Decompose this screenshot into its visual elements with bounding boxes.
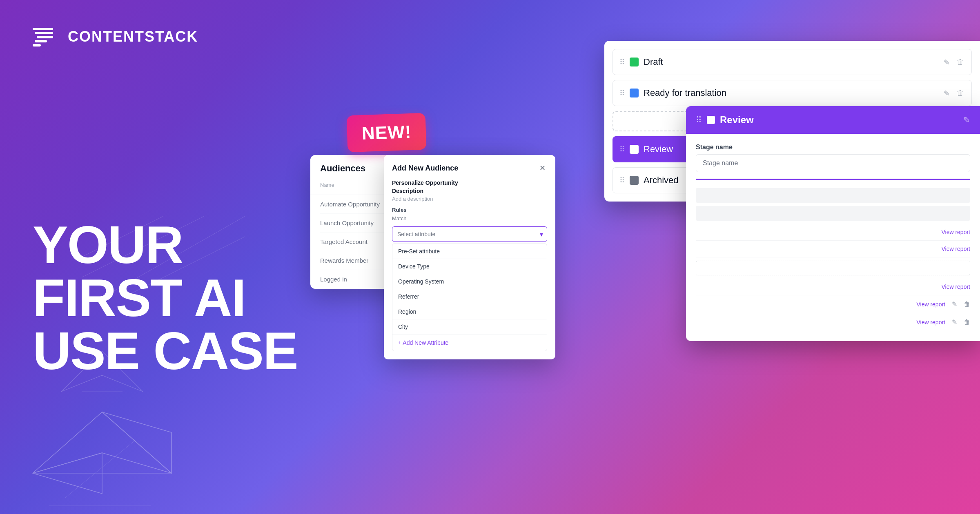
stage-row-5: View report ✎ 🗑 <box>696 313 970 331</box>
stage-panel-header: ⠿ Review ✎ <box>686 106 980 134</box>
edit-icon-draft[interactable]: ✎ <box>944 58 952 66</box>
stage-panel-body: Stage name View report View report View … <box>686 134 980 341</box>
edit-icon-row4[interactable]: ✎ <box>952 300 957 308</box>
logo-text: CONTENTSTACK <box>68 28 198 45</box>
option-preset[interactable]: Pre-Set attribute <box>392 244 547 259</box>
stage-panel-drag: ⠿ <box>696 115 702 125</box>
dropdown-header: Add New Audience ✕ <box>392 163 547 173</box>
contentstack-logo-icon <box>33 24 61 49</box>
workflow-item-ready[interactable]: ⠿ Ready for translation ✎ 🗑 <box>612 80 972 106</box>
match-label: Match <box>392 215 547 222</box>
option-region[interactable]: Region <box>392 304 547 319</box>
drag-handle-ready[interactable]: ⠿ <box>619 89 625 97</box>
select-attribute[interactable]: Select attribute <box>392 226 547 242</box>
personalize-label: Personalize Opportunity <box>392 179 547 186</box>
logo-area: CONTENTSTACK <box>33 24 198 49</box>
view-report-link-2[interactable]: View report <box>941 246 970 252</box>
color-dot-archived <box>630 176 639 185</box>
stage-dashed-row <box>696 261 970 275</box>
workflow-label-draft: Draft <box>644 57 939 67</box>
audience-label-launch: Launch Opportunity <box>320 219 374 226</box>
delete-icon-row5[interactable]: 🗑 <box>964 319 970 326</box>
option-referrer[interactable]: Referrer <box>392 289 547 304</box>
stage-input-underline <box>696 179 970 180</box>
add-new-attribute-button[interactable]: + Add New Attribute <box>392 335 547 351</box>
view-report-link-4[interactable]: View report <box>916 301 945 308</box>
drag-handle-draft[interactable]: ⠿ <box>619 58 625 66</box>
stage-row-3: View report <box>696 279 970 295</box>
delete-icon-draft[interactable]: 🗑 <box>957 58 965 66</box>
stage-name-label: Stage name <box>696 144 970 151</box>
select-arrow-icon: ▾ <box>540 230 543 238</box>
color-dot-draft <box>630 58 639 66</box>
audience-label-rewards: Rewards Member <box>320 257 368 264</box>
stage-row-4: View report ✎ 🗑 <box>696 295 970 313</box>
audience-label-logged: Logged in <box>320 276 347 283</box>
stage-rows: View report View report View report View… <box>696 188 970 331</box>
svg-rect-14 <box>33 28 53 30</box>
svg-rect-18 <box>33 44 41 47</box>
stage-color-dot <box>707 116 715 124</box>
new-badge: NEW! <box>346 113 426 153</box>
hero-line1: YOUR FIRST AI <box>33 218 318 324</box>
stage-row-placeholder-1 <box>696 188 970 203</box>
edit-icon-row5[interactable]: ✎ <box>952 318 957 326</box>
dropdown-options-list: Pre-Set attribute Device Type Operating … <box>392 244 547 351</box>
view-report-link-1[interactable]: View report <box>941 229 970 235</box>
svg-rect-15 <box>35 32 53 34</box>
delete-icon-row4[interactable]: 🗑 <box>964 301 970 308</box>
workflow-label-ready: Ready for translation <box>644 88 939 98</box>
color-dot-review <box>630 145 639 154</box>
drag-handle-archived[interactable]: ⠿ <box>619 176 625 185</box>
stage-row-actions-5: View report ✎ 🗑 <box>916 318 970 326</box>
workflow-actions-ready: ✎ 🗑 <box>944 89 965 97</box>
stage-row-placeholder-2 <box>696 206 970 221</box>
hero-line2: USE CASE <box>33 324 318 377</box>
description-placeholder: Add a description <box>392 196 547 202</box>
hero-content: YOUR FIRST AI USE CASE <box>33 0 318 514</box>
delete-icon-ready[interactable]: 🗑 <box>957 89 965 97</box>
stage-panel-header-left: ⠿ Review <box>696 114 754 126</box>
workflow-item-draft[interactable]: ⠿ Draft ✎ 🗑 <box>612 49 972 75</box>
stage-name-input[interactable] <box>696 154 970 172</box>
svg-rect-16 <box>37 36 53 38</box>
option-device[interactable]: Device Type <box>392 259 547 274</box>
description-label: Description <box>392 188 547 194</box>
stage-panel-title: Review <box>720 114 754 126</box>
view-report-link-5[interactable]: View report <box>916 319 945 326</box>
audiences-title: Audiences <box>320 163 365 174</box>
dropdown-title: Add New Audience <box>392 164 458 173</box>
stage-row-actions-4: View report ✎ 🗑 <box>916 300 970 308</box>
add-audience-dropdown: Add New Audience ✕ Personalize Opportuni… <box>384 155 555 359</box>
stage-panel-edit-icon[interactable]: ✎ <box>963 115 970 125</box>
workflow-actions-draft: ✎ 🗑 <box>944 58 965 66</box>
option-city[interactable]: City <box>392 319 547 335</box>
hero-title: YOUR FIRST AI USE CASE <box>33 218 318 377</box>
select-attribute-wrapper: Select attribute ▾ <box>392 226 547 242</box>
option-os[interactable]: Operating System <box>392 274 547 289</box>
color-dot-ready <box>630 89 639 97</box>
stage-row-2: View report <box>696 241 970 257</box>
edit-icon-ready[interactable]: ✎ <box>944 89 952 97</box>
view-report-link-3[interactable]: View report <box>941 284 970 290</box>
rules-label: Rules <box>392 207 547 213</box>
audience-label-automate: Automate Opportunity <box>320 201 380 208</box>
svg-rect-17 <box>35 40 47 42</box>
stage-row-1: View report <box>696 224 970 241</box>
close-dropdown-button[interactable]: ✕ <box>537 163 547 173</box>
audience-label-targeted: Targeted Account <box>320 238 368 245</box>
stage-panel: ⠿ Review ✎ Stage name View report View r… <box>686 106 980 341</box>
drag-handle-review[interactable]: ⠿ <box>619 145 625 154</box>
